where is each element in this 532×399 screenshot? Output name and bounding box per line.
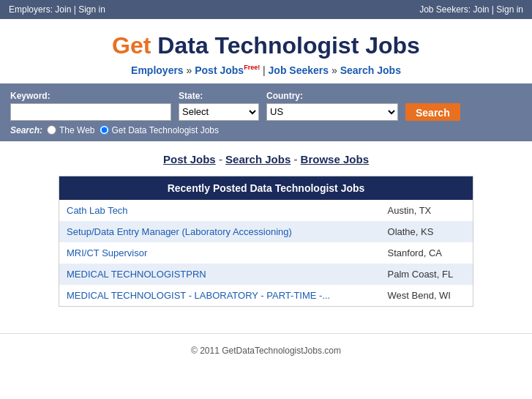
job-title-cell: MRI/CT Supervisor <box>59 242 381 264</box>
search-row: Keyword: State: Select Country: US Searc… <box>10 91 522 121</box>
arrow2: » <box>331 64 337 76</box>
table-header: Recently Posted Data Technologist Jobs <box>59 176 473 200</box>
table-row: MEDICAL TECHNOLOGISTPRNPalm Coast, FL <box>59 264 473 285</box>
keyword-label: Keyword: <box>10 91 171 101</box>
table-row: Setup/Data Entry Manager (Laboratory Acc… <box>59 221 473 242</box>
job-title-link[interactable]: MEDICAL TECHNOLOGIST - LABORATORY - PART… <box>67 290 330 301</box>
job-title-link[interactable]: Cath Lab Tech <box>67 205 128 216</box>
job-location-cell: Austin, TX <box>381 200 473 221</box>
site-radio[interactable] <box>100 125 109 135</box>
table-row: Cath Lab TechAustin, TX <box>59 200 473 221</box>
search-jobs-link[interactable]: Search Jobs <box>340 64 401 76</box>
site-radio-group: Get Data Technologist Jobs <box>100 125 220 135</box>
job-location-cell: Stanford, CA <box>381 242 473 264</box>
site-radio-label: Get Data Technologist Jobs <box>112 125 220 135</box>
state-field: State: Select <box>179 91 259 121</box>
site-title: Get Data Technologist Jobs <box>0 32 532 59</box>
job-title-link[interactable]: Setup/Data Entry Manager (Laboratory Acc… <box>67 226 292 237</box>
copyright-text: © 2011 GetDataTechnologistJobs.com <box>191 346 341 356</box>
state-label: State: <box>179 91 259 101</box>
top-navigation: Employers: Join | Sign in Job Seekers: J… <box>0 0 532 19</box>
search-web-row: Search: The Web Get Data Technologist Jo… <box>10 125 522 135</box>
job-seekers-link[interactable]: Job Seekers <box>269 64 329 76</box>
job-title-cell: Setup/Data Entry Manager (Laboratory Acc… <box>59 221 381 242</box>
site-footer: © 2011 GetDataTechnologistJobs.com <box>0 333 532 368</box>
job-location-cell: West Bend, WI <box>381 285 473 307</box>
employers-link[interactable]: Employers <box>131 64 184 76</box>
post-jobs-action[interactable]: Post Jobs <box>163 153 216 165</box>
jobs-table: Recently Posted Data Technologist Jobs C… <box>59 176 473 307</box>
pipe: | <box>263 64 266 76</box>
job-title-link[interactable]: MEDICAL TECHNOLOGISTPRN <box>67 269 206 280</box>
search-area: Keyword: State: Select Country: US Searc… <box>0 83 532 141</box>
jobseekers-nav[interactable]: Job Seekers: Join | Sign in <box>419 4 523 15</box>
post-jobs-label: Post Jobs <box>195 64 244 76</box>
browse-jobs-action[interactable]: Browse Jobs <box>301 153 369 165</box>
web-radio[interactable] <box>47 125 56 135</box>
web-radio-group: The Web <box>47 125 94 135</box>
site-header: Get Data Technologist Jobs Employers » P… <box>0 19 532 83</box>
dash2: - <box>293 153 300 165</box>
country-select[interactable]: US <box>266 103 398 121</box>
site-title-rest: Data Technologist Jobs <box>157 32 420 59</box>
country-label: Country: <box>266 91 398 101</box>
keyword-field: Keyword: <box>10 91 171 121</box>
job-location-cell: Olathe, KS <box>381 221 473 242</box>
job-title-cell: MEDICAL TECHNOLOGISTPRN <box>59 264 381 285</box>
header-subtitle: Employers » Post JobsFree! | Job Seekers… <box>0 64 532 76</box>
action-links: Post Jobs - Search Jobs - Browse Jobs <box>59 153 473 165</box>
search-button[interactable]: Search <box>405 103 460 121</box>
dash1: - <box>219 153 225 165</box>
job-title-cell: Cath Lab Tech <box>59 200 381 221</box>
arrow1: » <box>187 64 192 76</box>
keyword-input[interactable] <box>10 103 171 121</box>
main-content: Post Jobs - Search Jobs - Browse Jobs Re… <box>0 141 532 318</box>
get-word: Get <box>112 32 151 59</box>
employers-nav[interactable]: Employers: Join | Sign in <box>9 4 105 15</box>
search-jobs-action[interactable]: Search Jobs <box>225 153 291 165</box>
web-radio-label: The Web <box>59 125 94 135</box>
state-select[interactable]: Select <box>179 103 259 121</box>
search-button-container: Search <box>405 103 460 121</box>
search-label: Search: <box>10 125 42 135</box>
job-title-cell: MEDICAL TECHNOLOGIST - LABORATORY - PART… <box>59 285 381 307</box>
job-title-link[interactable]: MRI/CT Supervisor <box>67 247 147 258</box>
table-row: MRI/CT SupervisorStanford, CA <box>59 242 473 264</box>
country-field: Country: US <box>266 91 398 121</box>
free-badge: Free! <box>244 64 260 71</box>
job-location-cell: Palm Coast, FL <box>381 264 473 285</box>
post-jobs-link[interactable]: Post JobsFree! <box>195 64 263 76</box>
table-row: MEDICAL TECHNOLOGIST - LABORATORY - PART… <box>59 285 473 307</box>
